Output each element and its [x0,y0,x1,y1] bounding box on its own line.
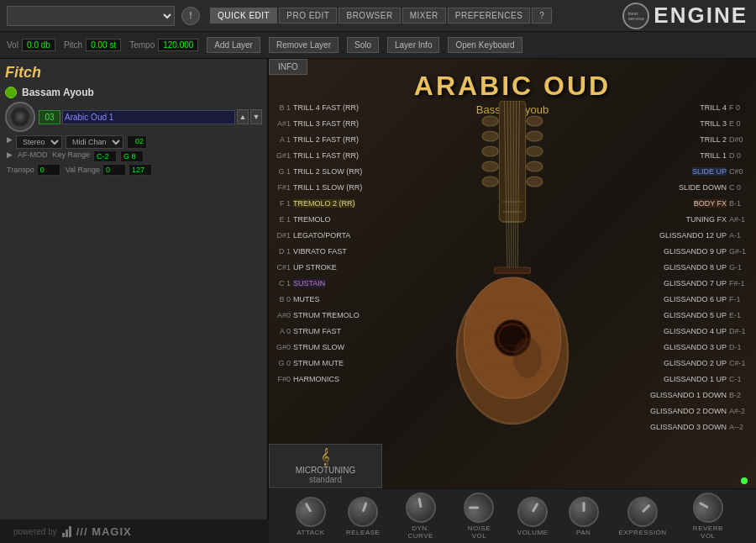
engine-logo: bestservice ENGINE [622,3,748,29]
midi-chan-dropdown[interactable]: Midi Chan [66,135,123,149]
attack-knob-group: ATTACK [296,497,326,536]
bar3 [69,526,71,537]
top-bar: new project ! QUICK EDIT PRO EDIT BROWSE… [0,0,756,32]
layer-info-button[interactable]: Layer Info [387,37,439,53]
key-f0: F#0HARMONICS [269,371,382,387]
left-panel: Fitch Bassam Ayoub 03 Arabic Oud 1 ▲ ▼ [0,59,269,543]
midi-chan-value: 02 [127,135,147,149]
open-keyboard-button[interactable]: Open Keyboard [448,37,522,53]
key-r-am2: GLISSANDO 3 DOWNA--2 [609,419,756,435]
green-dot [741,477,748,484]
stereo-dropdown[interactable]: Stereo [16,135,62,149]
tempo-label: Tempo [129,40,155,50]
noise-vol-knob[interactable] [464,493,494,523]
transp-row: Transpo 0 Val Range 0 127 [5,164,262,176]
key-a1: A 1TRILL 2 FAST (RR) [269,131,382,147]
release-knob[interactable] [344,492,382,530]
info-tab[interactable]: INFO [269,59,307,75]
magix-bars [62,525,71,537]
key-e1: E 1TREMOLO [269,211,382,227]
keys-right: TRILL 4F 0 TRILL 3E 0 TRILL 2D#0 TRILL 1… [609,99,756,435]
key-b0: B 0MUTES [269,291,382,307]
instrument-area: Bassam Ayoub 03 Arabic Oud 1 ▲ ▼ ▶ Stere… [0,82,267,181]
key-gs0: G#0STRUM SLOW [269,339,382,355]
key-r-am1: GLISSANDO 12 UPA-1 [609,227,756,243]
vol-label: Vol [7,40,18,50]
key-r-gm1: GLISSANDO 8 UPG-1 [609,259,756,275]
second-bar: Vol 0.0 db Pitch 0.00 st Tempo 120.000 A… [0,32,756,59]
preset-up-arrow[interactable]: ▲ [237,109,249,124]
volume-knob[interactable] [512,491,554,532]
key-r-f0: TRILL 4F 0 [609,99,756,115]
microtuning-section: 𝄞 MICROTUNING standard [269,444,382,488]
reverb-vol-label: REVERB VOL [687,525,729,540]
power-button[interactable] [5,87,17,98]
key-r-cs0: SLIDE UPC#0 [609,163,756,179]
volume-label: VOLUME [517,529,549,536]
svg-point-8 [527,161,543,171]
attack-knob[interactable] [290,491,331,532]
nav-browser[interactable]: BROWSER [339,8,400,24]
key-as1: A#1TRILL 3 FAST (RR) [269,115,382,131]
info-button[interactable]: ! [181,7,200,25]
keys-left: B 1TRILL 4 FAST (RR) A#1TRILL 3 FAST (RR… [269,99,382,387]
svg-point-1 [482,116,498,126]
key-ds1: D#1LEGATO/PORTA [269,227,382,243]
noise-vol-knob-group: NOISE VOL [461,493,497,540]
remove-layer-button[interactable]: Remove Layer [269,37,339,53]
nav-mixer[interactable]: MIXER [402,8,446,24]
instrument-row: 03 Arabic Oud 1 ▲ ▼ [5,102,262,132]
fitch-area: Fitch [0,59,267,82]
key-range-start: C-2 [93,150,117,162]
add-layer-button[interactable]: Add Layer [207,37,260,53]
vol-group: Vol 0.0 db [7,39,55,51]
key-r-e0: TRILL 3E 0 [609,115,756,131]
instrument-name: Bassam Ayoub [22,87,94,98]
nav-preferences[interactable]: PREFERENCES [448,8,531,24]
dyn-curve-label: DYN. CURVE [400,525,441,540]
key-r-asm1: TUNING FXA#-1 [609,211,756,227]
transp-label: Transpo [7,166,34,174]
key-fs1: F#1TRILL 1 SLOW (RR) [269,179,382,195]
key-r-csm1: GLISSANDO 2 UPC#-1 [609,355,756,371]
key-gs1: G#1TRILL 1 FAST (RR) [269,147,382,163]
svg-point-4 [527,131,543,141]
nav-pro-edit[interactable]: PRO EDIT [279,8,337,24]
best-service-logo: bestservice [622,3,649,29]
solo-button[interactable]: Solo [347,37,379,53]
reverb-vol-knob[interactable] [687,487,728,528]
tempo-value[interactable]: 120.000 [158,39,198,51]
expression-label: EXPRESSION [619,529,667,536]
pan-knob-group: PAN [569,497,599,536]
preset-down-arrow[interactable]: ▼ [250,109,262,124]
expression-knob[interactable] [622,490,664,533]
microtuning-logo: 𝄞 [273,448,378,466]
bar1 [62,533,65,537]
key-r-dsm1: GLISSANDO 4 UPD#-1 [609,323,756,339]
dyn-curve-knob-group: DYN. CURVE [400,493,441,540]
project-select[interactable]: new project [7,6,175,26]
val-range-end: 127 [129,164,152,176]
key-as0: A#0STRUM TREMOLO [269,307,382,323]
vol-value[interactable]: 0.0 db [22,39,55,51]
dyn-curve-knob[interactable] [403,490,438,525]
pitch-label: Pitch [64,40,82,50]
release-label: RELEASE [346,529,380,536]
reverb-vol-knob-group: REVERB VOL [687,493,729,540]
val-range-start: 0 [102,164,126,176]
nav-help[interactable]: ? [532,8,552,24]
powered-label: powered by [13,527,57,536]
svg-rect-0 [499,101,525,222]
key-r-bm1: BODY FXB-1 [609,195,756,211]
magix-logo: /// MAGIX [76,525,132,538]
key-g0: G 0STRUM MUTE [269,355,382,371]
pan-knob[interactable] [569,497,599,527]
powered-by: powered by /// MAGIX [0,519,269,543]
svg-point-3 [482,131,498,141]
transp-value: 0 [37,164,60,176]
pitch-value[interactable]: 0.00 st [86,39,121,51]
key-d1: D 1VIBRATO FAST [269,243,382,259]
bar2 [66,530,68,537]
release-knob-group: RELEASE [346,497,380,536]
nav-quick-edit[interactable]: QUICK EDIT [210,8,277,24]
